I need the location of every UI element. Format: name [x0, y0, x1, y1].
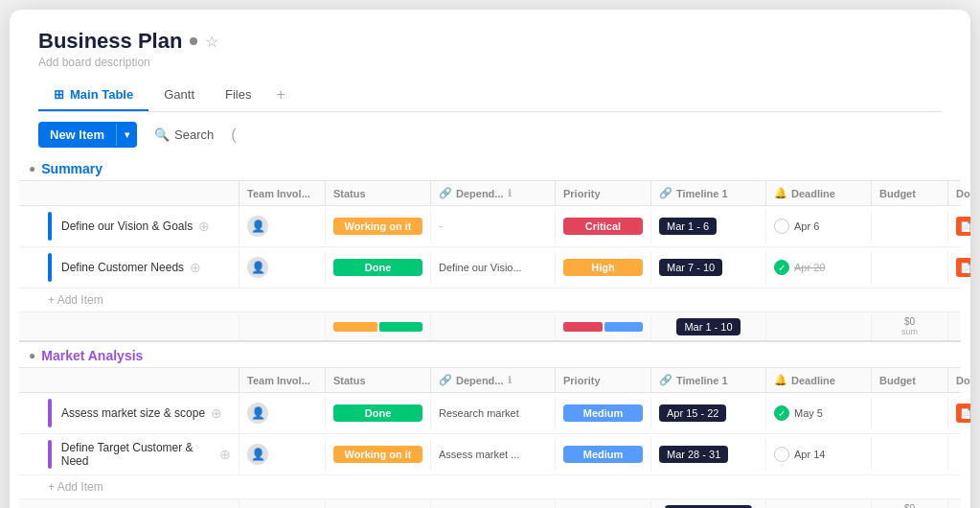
priority-mini-bar: [563, 322, 643, 332]
info-icon: ℹ: [508, 188, 512, 198]
timeline-cell: Mar 7 - 10: [651, 251, 766, 284]
timeline-cell: Mar 1 - 6: [651, 210, 766, 242]
toolbar: New Item ▾ 🔍 Search (: [10, 112, 970, 155]
summary-bar-market: Mar 28 - Apr 22 $0 sum 📄: [19, 499, 961, 508]
task-name-cell: Assess market size & scope ⊕: [19, 393, 239, 433]
doc-icon[interactable]: 📄: [956, 258, 970, 277]
info-icon: ℹ: [508, 375, 512, 385]
dep-text: Research market: [439, 407, 519, 419]
deadline-date: Apr 14: [794, 449, 825, 460]
doc-icon[interactable]: 📄: [956, 404, 970, 423]
avatar: 👤: [247, 216, 268, 237]
summary-timeline-cell: Mar 28 - Apr 22: [651, 500, 766, 509]
col-task: [19, 368, 239, 392]
col-deadline: 🔔Deadline: [766, 181, 872, 205]
new-item-label: New Item: [38, 122, 116, 148]
task-add-btn[interactable]: ⊕: [219, 447, 231, 462]
col-status: Status: [326, 181, 431, 205]
task-add-btn[interactable]: ⊕: [198, 219, 210, 234]
summary-status-cell: [326, 313, 431, 340]
col-depends: 🔗Depend...ℹ: [431, 368, 556, 392]
table-row: Define Target Customer & Need ⊕ 👤 Workin…: [19, 434, 961, 475]
depends-cell: Assess market ...: [431, 438, 556, 471]
deadline-cell: ✓ May 5: [766, 397, 872, 429]
col-priority: Priority: [556, 368, 651, 392]
status-cell[interactable]: Working on it: [326, 438, 431, 471]
col-deadline: 🔔Deadline: [766, 368, 872, 392]
group-summary-title: Summary: [41, 161, 103, 176]
doc-icon[interactable]: 📄: [956, 217, 970, 236]
add-item-market[interactable]: + Add Item: [19, 475, 961, 499]
priority-cell[interactable]: Medium: [556, 397, 651, 429]
col-depends: 🔗Depend...ℹ: [431, 181, 556, 205]
table-row: Define our Vision & Goals ⊕ 👤 Working on…: [19, 206, 961, 247]
timeline-pill: Apr 15 - 22: [659, 404, 726, 422]
deadline-date: Apr 20: [794, 262, 825, 273]
tab-files[interactable]: Files: [210, 80, 266, 111]
summary-dep-cell: [431, 313, 556, 340]
star-icon[interactable]: ☆: [205, 33, 218, 51]
dash: -: [439, 219, 444, 234]
col-status: Status: [326, 368, 431, 392]
priority-cell[interactable]: Critical: [556, 210, 651, 242]
search-button[interactable]: 🔍 Search: [145, 122, 223, 148]
summary-priority-cell: [556, 313, 651, 340]
bar-seg-critical: [563, 322, 603, 332]
col-budget: Budget: [872, 181, 948, 205]
status-cell[interactable]: Done: [326, 251, 431, 284]
status-mini-bar: [333, 322, 422, 332]
group-color-bar: [48, 440, 52, 469]
tab-main-table[interactable]: ⊞ Main Table: [38, 80, 148, 111]
priority-pill: Medium: [563, 404, 643, 422]
summary-task-cell: [19, 500, 239, 509]
new-item-arrow[interactable]: ▾: [116, 124, 137, 146]
link-icon2: 🔗: [659, 187, 672, 199]
priority-cell[interactable]: Medium: [556, 438, 651, 471]
title-row: Business Plan ☆: [38, 29, 942, 54]
priority-pill: Critical: [563, 218, 643, 235]
link-icon: 🔗: [439, 187, 452, 199]
main-table-icon: ⊞: [54, 87, 64, 102]
priority-cell[interactable]: High: [556, 251, 651, 284]
summary-team-cell: [239, 500, 326, 509]
toolbar-more[interactable]: (: [231, 127, 236, 144]
group-market: ● Market Analysis Team Invol... Status 🔗…: [19, 342, 961, 508]
status-cell[interactable]: Working on it: [326, 210, 431, 242]
group-market-title: Market Analysis: [41, 348, 143, 363]
group-expand-icon[interactable]: ●: [29, 162, 35, 175]
search-label: Search: [174, 127, 214, 142]
group-color-bar: [48, 212, 52, 241]
summary-deadline-cell: [766, 500, 872, 509]
budget-sum: $0: [904, 503, 915, 508]
add-item-summary[interactable]: + Add Item: [19, 289, 961, 312]
summary-status-cell: [326, 500, 431, 509]
summary-timeline-pill: Mar 1 - 10: [676, 318, 740, 335]
tab-bar: ⊞ Main Table Gantt Files +: [38, 79, 942, 112]
deadline-cell: Apr 6: [766, 210, 872, 242]
status-pill: Working on it: [333, 218, 422, 235]
group-expand-icon[interactable]: ●: [29, 349, 35, 362]
summary-col-headers: Team Invol... Status 🔗Depend...ℹ Priorit…: [19, 180, 961, 206]
page-title: Business Plan: [38, 29, 182, 54]
col-documents: Documents: [948, 181, 970, 205]
summary-doc-cell: 📄 📄: [948, 313, 970, 340]
new-item-button[interactable]: New Item ▾: [38, 122, 137, 148]
link-icon2: 🔗: [659, 374, 672, 386]
task-add-btn[interactable]: ⊕: [211, 405, 222, 421]
board-subtitle[interactable]: Add board description: [38, 56, 942, 69]
summary-timeline-pill: Mar 28 - Apr 22: [665, 505, 753, 509]
budget-cell: [872, 438, 948, 471]
bell-icon: 🔔: [774, 374, 787, 386]
dep-text: Define our Visio...: [439, 262, 522, 273]
task-add-btn[interactable]: ⊕: [190, 260, 201, 275]
group-market-header: ● Market Analysis: [19, 342, 961, 367]
tab-add[interactable]: +: [266, 79, 294, 111]
doc-cell: 📄: [948, 210, 970, 242]
task-name: Assess market size & scope: [61, 406, 205, 420]
deadline-check: [774, 219, 789, 234]
budget-cell: [872, 210, 948, 242]
team-cell: 👤: [239, 251, 326, 284]
timeline-cell: Apr 15 - 22: [651, 397, 766, 429]
status-cell[interactable]: Done: [326, 397, 431, 429]
tab-gantt[interactable]: Gantt: [148, 80, 210, 111]
